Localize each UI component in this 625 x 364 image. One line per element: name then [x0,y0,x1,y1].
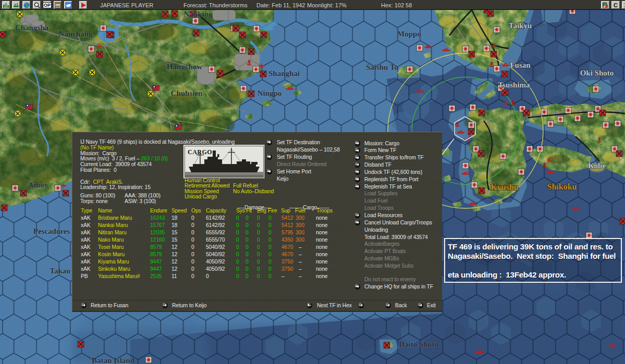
svg-text:CARGO: CARGO [188,148,212,156]
